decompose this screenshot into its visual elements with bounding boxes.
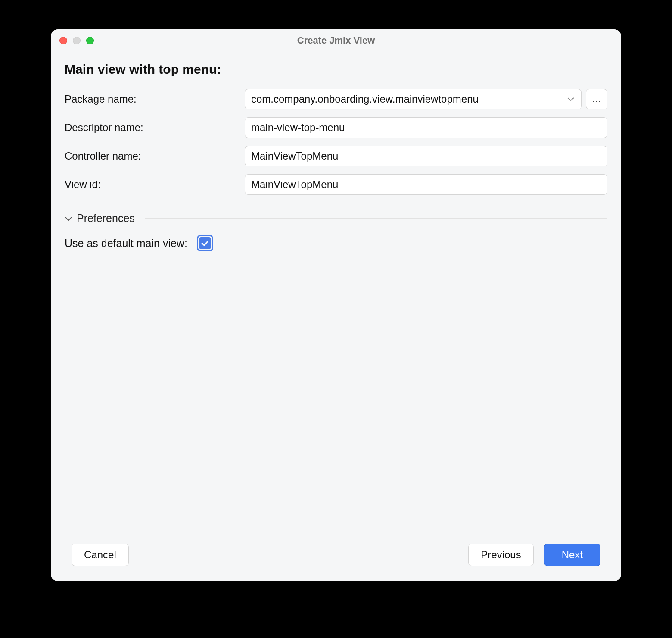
page-heading: Main view with top menu: — [65, 62, 607, 77]
package-field: ... — [245, 89, 607, 109]
default-main-view-label: Use as default main view: — [65, 237, 187, 250]
controller-field — [245, 146, 607, 166]
descriptor-field — [245, 117, 607, 138]
controller-input[interactable] — [245, 146, 607, 166]
default-main-view-checkbox[interactable] — [197, 235, 213, 251]
close-window-icon[interactable] — [59, 37, 67, 44]
package-row: Package name: ... — [65, 89, 607, 109]
view-id-field — [245, 174, 607, 195]
dialog-content: Main view with top menu: Package name: .… — [51, 52, 621, 535]
preferences-body: Use as default main view: — [65, 235, 607, 251]
package-dropdown-button[interactable] — [560, 89, 582, 109]
descriptor-input[interactable] — [245, 117, 607, 138]
view-id-label: View id: — [65, 178, 245, 191]
minimize-window-icon — [73, 37, 81, 44]
next-button[interactable]: Next — [544, 544, 600, 566]
checkbox-checked-state — [199, 237, 211, 249]
footer-right-group: Previous Next — [468, 544, 600, 566]
window-title: Create Jmix View — [51, 35, 621, 46]
divider — [145, 218, 607, 219]
preferences-header[interactable]: Preferences — [65, 212, 607, 225]
previous-button[interactable]: Previous — [468, 544, 533, 566]
cancel-button[interactable]: Cancel — [72, 544, 129, 566]
checkmark-icon — [201, 240, 209, 247]
preferences-section: Preferences Use as default main view: — [65, 212, 607, 251]
descriptor-row: Descriptor name: — [65, 117, 607, 138]
window-controls — [59, 37, 94, 44]
view-id-input[interactable] — [245, 174, 607, 195]
package-combo — [245, 89, 582, 109]
chevron-down-icon — [65, 216, 72, 221]
package-browse-button[interactable]: ... — [586, 89, 607, 109]
package-input[interactable] — [245, 89, 560, 109]
dialog-window: Create Jmix View Main view with top menu… — [51, 29, 621, 581]
preferences-title: Preferences — [77, 212, 135, 225]
maximize-window-icon[interactable] — [86, 37, 94, 44]
controller-row: Controller name: — [65, 146, 607, 166]
chevron-down-icon — [567, 97, 575, 101]
dialog-footer: Cancel Previous Next — [51, 535, 621, 581]
titlebar: Create Jmix View — [51, 29, 621, 52]
controller-label: Controller name: — [65, 150, 245, 162]
descriptor-label: Descriptor name: — [65, 122, 245, 134]
view-id-row: View id: — [65, 174, 607, 195]
package-label: Package name: — [65, 93, 245, 105]
